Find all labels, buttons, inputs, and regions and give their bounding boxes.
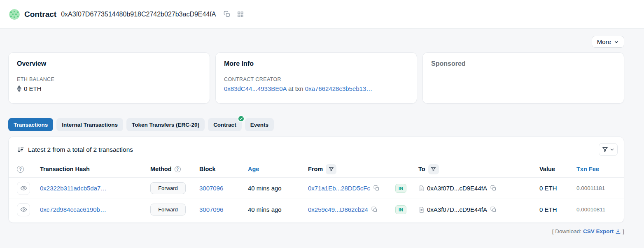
from-address-link[interactable]: 0x259c49...D862cb24 [308, 206, 368, 213]
from-filter-button[interactable] [326, 164, 336, 174]
eth-balance-value: 0 ETH [24, 85, 42, 92]
contract-file-icon [418, 206, 425, 213]
col-block: Block [199, 166, 248, 172]
creator-txn-link[interactable]: 0xa7662428c3b5eb13… [305, 85, 372, 92]
copy-to-icon[interactable] [490, 206, 497, 213]
tab-contract-label: Contract [213, 122, 236, 128]
actions-row: More [8, 36, 624, 48]
col-to-label: To [418, 166, 425, 172]
tab-events-label: Events [250, 122, 268, 128]
creator-address-link[interactable]: 0x83dC44...4933BE0A [224, 85, 287, 92]
qr-code-icon[interactable] [236, 10, 245, 19]
col-value: Value [539, 166, 576, 172]
tab-transactions-label: Transactions [14, 122, 48, 128]
chevron-down-icon [614, 39, 619, 44]
block-link[interactable]: 3007096 [199, 206, 223, 213]
contract-file-icon [418, 185, 425, 192]
to-cell: 0xA3f07D...cD9E44fA [418, 206, 539, 213]
table-row: 0xc72d984ccac6190b… Forward 3007096 40 m… [9, 199, 624, 220]
sponsored-card: Sponsored [422, 52, 624, 104]
download-icon [615, 229, 621, 234]
to-address: 0xA3f07D...cD9E44fA [427, 185, 487, 192]
creator-connector-text: at txn [288, 85, 303, 92]
col-method-label: Method [150, 166, 172, 172]
col-txn-fee-label: Txn Fee [576, 166, 599, 172]
txn-hash-cell: 0xc72d984ccac6190b… [40, 206, 150, 213]
row-preview-cell [17, 182, 40, 195]
eth-balance-value-row: 0 ETH [17, 85, 201, 92]
contract-creator-label: CONTRACT CREATOR [224, 76, 408, 82]
col-to: To [418, 164, 539, 174]
copy-from-icon[interactable] [373, 184, 380, 192]
table-summary: Latest 2 from a total of 2 transactions [17, 146, 133, 153]
download-prefix: [ Download: [552, 228, 581, 234]
contract-address: 0xA3f07D6773514480b918C2742b027b3acD9E44… [61, 11, 216, 18]
to-cell: 0xA3f07D...cD9E44fA [418, 184, 539, 192]
csv-export-link[interactable]: CSV Export [583, 228, 621, 234]
table-row: 0x2322b311adcb5da7… Forward 3007096 40 m… [9, 177, 624, 199]
copy-from-icon[interactable] [371, 206, 378, 213]
direction-cell: IN [395, 205, 418, 214]
txn-hash-cell: 0x2322b311adcb5da7… [40, 185, 150, 192]
col-help: ? [17, 166, 40, 173]
txn-hash-link[interactable]: 0xc72d984ccac6190b… [40, 206, 106, 213]
tab-bar: Transactions Internal Transactions Token… [8, 118, 624, 131]
more-button[interactable]: More [592, 36, 624, 48]
col-from: From [308, 164, 395, 174]
contract-creator-line: 0x83dC44...4933BE0A at txn 0xa7662428c3b… [224, 85, 408, 92]
table-summary-row: Latest 2 from a total of 2 transactions [9, 137, 624, 161]
method-cell: Forward [150, 204, 199, 216]
info-cards: Overview ETH BALANCE 0 ETH More Info CON… [8, 52, 624, 104]
tab-token-transfers[interactable]: Token Transfers (ERC-20) [126, 118, 205, 131]
table-filter-button[interactable] [599, 143, 618, 156]
block-cell: 3007096 [199, 185, 248, 192]
page-title: Contract [24, 10, 56, 19]
eye-preview-button[interactable] [17, 203, 30, 216]
value-cell: 0 ETH [539, 185, 576, 192]
direction-badge: IN [395, 205, 406, 214]
main-content: More Overview ETH BALANCE 0 ETH [8, 36, 624, 234]
copy-address-icon[interactable] [223, 10, 231, 19]
col-method: Method ? [150, 166, 199, 172]
eye-preview-button[interactable] [17, 182, 30, 195]
method-badge[interactable]: Forward [150, 204, 186, 216]
table-summary-text: Latest 2 from a total of 2 transactions [28, 146, 133, 153]
funnel-icon [602, 146, 608, 153]
txn-fee-cell: 0.00011181 [576, 185, 616, 191]
more-info-card: More Info CONTRACT CREATOR 0x83dC44...49… [215, 52, 417, 104]
chevron-down-icon [610, 147, 614, 152]
copy-to-icon[interactable] [490, 184, 497, 192]
more-button-label: More [597, 38, 611, 45]
col-age[interactable]: Age [248, 166, 308, 172]
transactions-panel: Latest 2 from a total of 2 transactions … [8, 137, 624, 223]
col-transaction-hash: Transaction Hash [40, 166, 150, 172]
from-cell: 0x71a1Eb...28DD5cFc [308, 184, 395, 192]
block-link[interactable]: 3007096 [199, 185, 223, 192]
csv-export-label: CSV Export [583, 228, 614, 234]
value-cell: 0 ETH [539, 206, 576, 213]
overview-card: Overview ETH BALANCE 0 ETH [8, 52, 210, 104]
tab-events[interactable]: Events [245, 118, 274, 131]
more-info-card-title: More Info [224, 60, 408, 67]
tab-contract[interactable]: Contract [208, 118, 242, 131]
to-filter-button[interactable] [428, 164, 439, 174]
from-address-link[interactable]: 0x71a1Eb...28DD5cFc [308, 185, 370, 192]
ethereum-icon [17, 85, 21, 92]
tab-transactions[interactable]: Transactions [8, 118, 53, 131]
method-badge[interactable]: Forward [150, 182, 186, 194]
method-help-icon: ? [175, 166, 181, 172]
from-cell: 0x259c49...D862cb24 [308, 206, 395, 213]
age-cell: 40 mins ago [248, 185, 308, 192]
txn-hash-link[interactable]: 0x2322b311adcb5da7… [40, 185, 107, 192]
table-header-row: ? Transaction Hash Method ? Block Age Fr… [9, 161, 624, 177]
col-txn-fee[interactable]: Txn Fee [576, 166, 616, 172]
sponsored-card-title: Sponsored [431, 60, 616, 67]
tab-token-transfers-label: Token Transfers (ERC-20) [132, 122, 199, 128]
col-from-label: From [308, 166, 323, 172]
direction-cell: IN [395, 184, 418, 193]
verified-check-icon [238, 115, 245, 122]
tab-internal-transactions[interactable]: Internal Transactions [56, 118, 123, 131]
block-cell: 3007096 [199, 206, 248, 213]
to-address: 0xA3f07D...cD9E44fA [427, 206, 487, 213]
method-cell: Forward [150, 182, 199, 194]
